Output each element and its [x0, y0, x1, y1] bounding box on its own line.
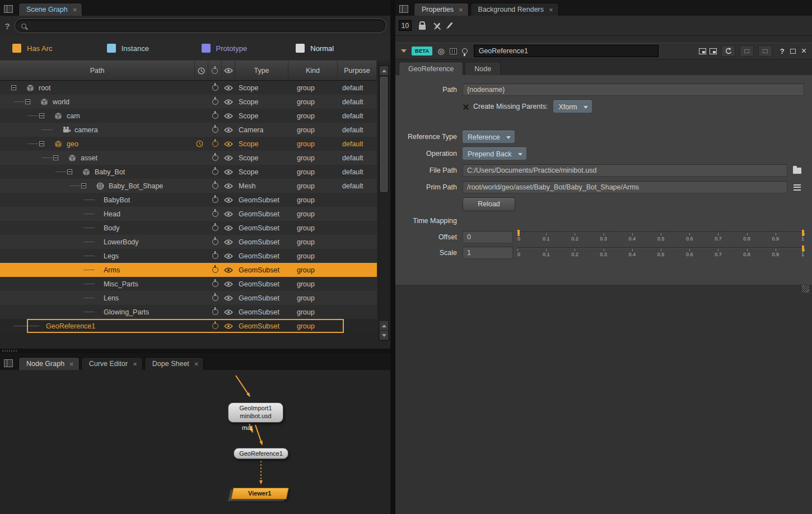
close-tab-icon[interactable]: ×: [549, 6, 553, 13]
visibility-icon[interactable]: [224, 197, 233, 203]
panel-menu-icon[interactable]: [399, 5, 408, 13]
node-name-field[interactable]: [474, 45, 659, 57]
collapse-toggle[interactable]: [39, 113, 44, 118]
path-field[interactable]: [463, 84, 804, 96]
splitter-grip[interactable]: [2, 350, 18, 352]
activation-icon[interactable]: [212, 309, 218, 315]
scene-graph-row-Head[interactable]: HeadGeomSubsetgroup: [0, 207, 377, 221]
tab-dope-sheet[interactable]: Dope Sheet×: [144, 357, 204, 370]
scene-graph-row-Arms[interactable]: ArmsGeomSubsetgroup: [0, 263, 377, 277]
search-input[interactable]: [15, 18, 386, 33]
column-header-kind[interactable]: Kind: [288, 61, 338, 80]
visibility-icon[interactable]: [224, 141, 233, 147]
tab-background-renders[interactable]: Background Renders×: [470, 3, 559, 16]
resize-grip[interactable]: [802, 285, 809, 293]
layout-pane-icon[interactable]: [699, 48, 706, 54]
reload-button[interactable]: Reload: [463, 197, 515, 211]
revert-button[interactable]: [721, 45, 735, 57]
vertical-splitter[interactable]: [390, 0, 395, 514]
visibility-icon[interactable]: [224, 281, 233, 287]
visibility-icon[interactable]: [224, 99, 233, 105]
offset-field[interactable]: [463, 231, 513, 243]
activation-icon[interactable]: [212, 113, 218, 119]
tab-node-graph[interactable]: Node Graph×: [18, 357, 80, 370]
activation-icon[interactable]: [212, 281, 218, 287]
browse-file-button[interactable]: [790, 164, 804, 177]
node-geoimport1[interactable]: GeoImport1 minibot.usd: [228, 402, 283, 423]
node-georeference1[interactable]: GeoReference1: [234, 448, 288, 459]
scene-graph-row-camera[interactable]: cameraCameragroupdefault: [0, 123, 377, 137]
activation-icon[interactable]: [212, 197, 218, 203]
scene-graph-row-world[interactable]: worldScopegroupdefault: [0, 95, 377, 109]
close-tab-icon[interactable]: ×: [194, 360, 199, 368]
lock-icon[interactable]: [419, 25, 426, 30]
column-header-purpose[interactable]: Purpose: [338, 61, 377, 80]
layout-pane-icon-2[interactable]: [710, 48, 717, 54]
scene-graph-row-Lens[interactable]: LensGeomSubsetgroup: [0, 291, 377, 305]
collapse-toggle[interactable]: [11, 85, 16, 90]
tab-curve-editor[interactable]: Curve Editor×: [81, 357, 143, 370]
collapse-toggle[interactable]: [53, 155, 58, 160]
scene-graph-row-Baby_Bot_Shape[interactable]: Baby_Bot_ShapeMeshgroupdefault: [0, 179, 377, 193]
visibility-icon[interactable]: [224, 239, 233, 245]
scene-graph-scrollbar[interactable]: [379, 65, 389, 341]
visibility-icon[interactable]: [224, 113, 233, 119]
tab-scene-graph[interactable]: Scene Graph×: [18, 3, 82, 16]
column-header-path[interactable]: Path: [0, 61, 195, 80]
scene-graph-row-Misc_Parts[interactable]: Misc_PartsGeomSubsetgroup: [0, 277, 377, 291]
scene-graph-row-root[interactable]: rootScopegroupdefault: [0, 81, 377, 95]
no-edit-icon[interactable]: [433, 22, 442, 29]
scale-field[interactable]: [463, 247, 513, 259]
offset-slider[interactable]: 00.10.20.30.40.50.60.70.80.91: [517, 230, 804, 244]
visibility-icon[interactable]: [224, 267, 233, 273]
tab-node[interactable]: Node: [465, 62, 501, 75]
visibility-icon[interactable]: [224, 211, 233, 217]
help-icon[interactable]: ?: [3, 21, 12, 31]
visibility-icon[interactable]: [224, 127, 233, 133]
scene-graph-row-Body[interactable]: BodyGeomSubsetgroup: [0, 221, 377, 235]
scene-graph-row-Legs[interactable]: LegsGeomSubsetgroup: [0, 249, 377, 263]
tab-properties[interactable]: Properties×: [414, 3, 469, 16]
scroll-up-button[interactable]: [380, 66, 388, 75]
scale-slider[interactable]: 00.10.20.30.40.50.60.70.80.91: [517, 246, 804, 260]
activation-icon[interactable]: [212, 99, 218, 105]
file-path-field[interactable]: [463, 164, 787, 177]
scene-graph-row-cam[interactable]: camScopegroupdefault: [0, 109, 377, 123]
collapse-toggle[interactable]: [39, 141, 44, 146]
lightbulb-icon[interactable]: [462, 48, 468, 54]
prim-path-field[interactable]: [463, 181, 787, 193]
close-tab-icon[interactable]: ×: [459, 6, 463, 13]
visibility-icon[interactable]: [224, 295, 233, 301]
float-window-icon[interactable]: [790, 49, 796, 54]
visibility-icon[interactable]: [224, 323, 233, 329]
scene-graph-row-BabyBot[interactable]: BabyBotGeomSubsetgroup: [0, 193, 377, 207]
activation-icon[interactable]: [212, 141, 218, 147]
activation-icon[interactable]: [212, 183, 218, 189]
node-graph-canvas[interactable]: GeoImport1 minibot.usd mat GeoReference1…: [0, 370, 390, 514]
activation-icon[interactable]: [212, 85, 218, 91]
options-button[interactable]: [758, 45, 772, 57]
close-tab-icon[interactable]: ×: [133, 360, 137, 368]
close-button[interactable]: ×: [801, 47, 806, 55]
scene-graph-row-geo[interactable]: geoScopegroupdefault: [0, 137, 377, 151]
visibility-icon[interactable]: [224, 169, 233, 175]
help-button[interactable]: ?: [780, 47, 785, 55]
activation-icon[interactable]: [212, 127, 218, 133]
scrollbar-thumb[interactable]: [380, 77, 388, 192]
power-icon[interactable]: [208, 61, 222, 80]
visibility-icon[interactable]: [224, 155, 233, 161]
activation-icon[interactable]: [212, 323, 218, 329]
scene-graph-row-GeoReference1[interactable]: GeoReference1GeomSubsetgroup: [0, 319, 377, 333]
visibility-icon[interactable]: [224, 309, 233, 315]
reference-type-dropdown[interactable]: Reference: [463, 131, 515, 143]
activation-icon[interactable]: [212, 169, 218, 175]
activation-icon[interactable]: [212, 253, 218, 259]
collapse-toggle[interactable]: [81, 183, 86, 188]
activation-icon[interactable]: [212, 295, 218, 301]
column-header-type[interactable]: Type: [235, 61, 288, 80]
collapse-arrow-icon[interactable]: [401, 49, 407, 53]
create-missing-parents-checkbox[interactable]: [463, 104, 469, 110]
collapse-toggle[interactable]: [25, 99, 30, 104]
scene-graph-row-Glowing_Parts[interactable]: Glowing_PartsGeomSubsetgroup: [0, 305, 377, 319]
eye-icon[interactable]: [222, 61, 235, 80]
